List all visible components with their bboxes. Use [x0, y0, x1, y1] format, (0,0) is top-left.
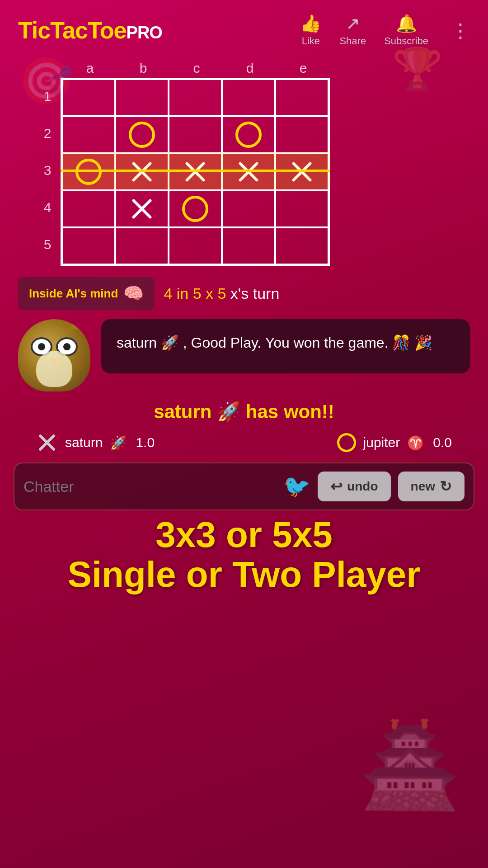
win-text: saturn 🚀 has won!! — [18, 401, 470, 423]
col-label-b: b — [117, 61, 170, 76]
cell-3b[interactable] — [115, 153, 169, 190]
cell-4d[interactable] — [222, 190, 275, 227]
board-container: a b c d e 1 2 3 4 5 — [0, 61, 488, 266]
promo-line1: 3x3 or 5x5 — [0, 515, 488, 555]
o-piece-2b — [129, 122, 155, 148]
cell-1e[interactable] — [275, 79, 328, 116]
owl-body — [18, 319, 90, 392]
cell-3c[interactable] — [169, 153, 222, 190]
row-label-2: 2 — [36, 115, 59, 152]
owl-avatar — [18, 319, 90, 392]
share-icon: ↗ — [346, 14, 360, 33]
new-label: new — [411, 479, 435, 494]
cell-3d[interactable] — [222, 153, 275, 190]
more-options-button[interactable]: ⋮ — [451, 19, 470, 42]
chat-bubble: saturn 🚀 , Good Play. You won the game. … — [101, 319, 470, 373]
turn-info: 4 in 5 x 5 x's turn — [164, 285, 279, 302]
new-game-button[interactable]: new ↻ — [398, 472, 465, 501]
chat-area: saturn 🚀 , Good Play. You won the game. … — [18, 319, 470, 392]
board-wrapper — [61, 78, 330, 266]
status-bar: Inside AI's mind 🧠 4 in 5 x 5 x's turn — [18, 277, 470, 310]
player1-symbol-x — [36, 432, 58, 453]
game-board — [61, 78, 330, 266]
row-labels: 1 2 3 4 5 — [36, 78, 59, 263]
owl-ear-right — [70, 319, 82, 329]
logo-pro-text: PRO — [127, 23, 162, 42]
cell-2e[interactable] — [275, 116, 328, 153]
chatter-emoji[interactable]: 🐦 — [283, 474, 310, 499]
subscribe-button[interactable]: 🔔 Subscribe — [384, 14, 428, 47]
app-logo: TicTacToePRO — [18, 17, 162, 44]
cell-2a[interactable] — [62, 116, 115, 153]
owl-pupil-right — [63, 343, 70, 350]
brain-icon: 🧠 — [123, 284, 144, 303]
share-label: Share — [339, 35, 366, 47]
ai-mind-button[interactable]: Inside AI's mind 🧠 — [18, 277, 155, 310]
new-icon: ↻ — [440, 478, 452, 495]
o-piece-3a — [75, 159, 102, 185]
player1-score: saturn 🚀 1.0 — [36, 432, 155, 453]
col-label-d: d — [223, 61, 277, 76]
cell-2d[interactable] — [222, 116, 275, 153]
chat-message: saturn 🚀 , Good Play. You won the game. … — [117, 332, 455, 354]
turn-info-text: 4 in 5 x 5 — [164, 285, 226, 302]
board-with-row-labels: 1 2 3 4 5 — [36, 78, 452, 266]
cell-5d[interactable] — [222, 227, 275, 264]
cell-1a[interactable] — [62, 79, 115, 116]
cell-4e[interactable] — [275, 190, 328, 227]
o-piece-4c — [182, 196, 208, 222]
share-button[interactable]: ↗ Share — [339, 14, 366, 47]
like-label: Like — [302, 35, 320, 47]
bell-icon: 🔔 — [396, 14, 417, 33]
ai-mind-label: Inside AI's mind — [29, 287, 118, 301]
cell-5c[interactable] — [169, 227, 222, 264]
cell-1d[interactable] — [222, 79, 275, 116]
x-piece-3c — [182, 159, 208, 185]
cell-3e[interactable] — [275, 153, 328, 190]
undo-icon: ↩ — [330, 478, 343, 495]
cell-4c[interactable] — [169, 190, 222, 227]
promo-area: 3x3 or 5x5 Single or Two Player — [0, 515, 488, 594]
cell-2b[interactable] — [115, 116, 169, 153]
col-label-a: a — [63, 61, 117, 76]
cell-5b[interactable] — [115, 227, 169, 264]
row-label-5: 5 — [36, 226, 59, 263]
cell-4b[interactable] — [115, 190, 169, 227]
x-piece-4b — [129, 196, 155, 222]
owl-pupil-left — [38, 343, 45, 350]
x-piece-3e — [289, 159, 315, 185]
chatter-input[interactable] — [23, 478, 276, 495]
player2-emoji: ♈ — [407, 435, 424, 451]
owl-ear-left — [26, 319, 39, 329]
undo-button[interactable]: ↩ undo — [318, 472, 390, 501]
row-label-4: 4 — [36, 189, 59, 226]
o-piece-2d — [235, 122, 262, 148]
like-icon: 👍 — [300, 14, 321, 33]
col-label-e: e — [277, 61, 330, 76]
cell-5e[interactable] — [275, 227, 328, 264]
subscribe-label: Subscribe — [384, 35, 428, 47]
row-label-3: 3 — [36, 152, 59, 189]
player2-name: jupiter — [363, 435, 400, 450]
player1-score-val: 1.0 — [136, 435, 155, 450]
column-labels: a b c d e — [63, 61, 452, 76]
cell-2c[interactable] — [169, 116, 222, 153]
cell-3a[interactable] — [62, 153, 115, 190]
cell-5a[interactable] — [62, 227, 115, 264]
row-label-1: 1 — [36, 78, 59, 115]
player2-symbol-o — [337, 433, 356, 452]
bg-decoration-castle: 🏯 — [359, 718, 461, 814]
owl-chest — [36, 351, 72, 387]
player2-score-val: 0.0 — [433, 435, 452, 450]
cell-1c[interactable] — [169, 79, 222, 116]
win-message: saturn 🚀 has won!! — [18, 401, 470, 423]
turn-player-text: x's turn — [230, 285, 280, 302]
player1-emoji: 🚀 — [110, 435, 127, 451]
undo-label: undo — [347, 479, 378, 494]
cell-1b[interactable] — [115, 79, 169, 116]
header-actions: 👍 Like ↗ Share 🔔 Subscribe ⋮ — [300, 14, 470, 47]
like-button[interactable]: 👍 Like — [300, 14, 321, 47]
player2-score: jupiter ♈ 0.0 — [337, 433, 452, 452]
promo-line2: Single or Two Player — [0, 555, 488, 594]
cell-4a[interactable] — [62, 190, 115, 227]
